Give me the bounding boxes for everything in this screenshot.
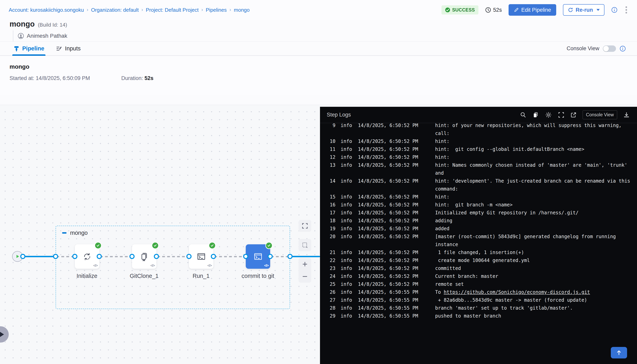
author-row: Animesh Pathak [13, 30, 637, 42]
step-success-icon [152, 242, 159, 249]
edge-stage-end-out [290, 256, 320, 257]
log-line: 12info14/8/2025, 6:50:52 PMhint: [326, 153, 631, 161]
step-success-icon [209, 242, 216, 249]
connector-dot [72, 254, 78, 259]
code-icon: </> [93, 263, 98, 268]
log-line: 24info14/8/2025, 6:50:52 PMCurrent branc… [326, 272, 631, 280]
breadcrumb-item[interactable]: Pipelines [206, 7, 227, 13]
stage-info: mongo Started at: 14/8/2025, 6:50:09 PM … [0, 56, 637, 95]
log-header: Step Logs Console View [320, 107, 637, 123]
log-copy-icon[interactable] [532, 112, 539, 118]
log-line: 26info14/8/2025, 6:50:55 PMTo https://gi… [326, 288, 631, 296]
console-view-info-icon[interactable] [620, 46, 626, 52]
log-line: 27info14/8/2025, 6:50:55 PM + 82a6dbb...… [326, 296, 631, 304]
canvas-fullscreen-button[interactable] [298, 220, 311, 232]
inputs-icon [56, 46, 62, 52]
avatar [18, 33, 24, 39]
step-logs-panel: Step Logs Console View [320, 107, 637, 364]
log-line: 22info14/8/2025, 6:50:52 PM create mode … [326, 256, 631, 264]
log-line-continuation: call: [326, 130, 631, 137]
rerun-icon [568, 7, 573, 13]
log-line-continuation: and [326, 169, 631, 177]
step-success-icon [94, 242, 102, 249]
zoom-out-button[interactable] [298, 270, 311, 283]
page-title: mongo [10, 20, 35, 28]
status-text: SUCCESS [452, 7, 475, 13]
breadcrumb-separator: › [87, 7, 88, 12]
scroll-to-top-button[interactable] [611, 347, 627, 358]
execution-duration: 52s [485, 7, 502, 13]
breadcrumb-separator: › [230, 7, 231, 12]
log-console-view-button[interactable]: Console View [582, 110, 617, 119]
connector-dot [288, 254, 292, 259]
canvas-select-button[interactable] [298, 239, 311, 251]
rerun-button[interactable]: Re-run [563, 4, 604, 16]
log-line: 13info14/8/2025, 6:50:52 PMhint: Names c… [326, 161, 631, 169]
step-node-commit-to-git[interactable]: </> [246, 244, 270, 269]
edge-initialize-to-gitclone [100, 256, 132, 257]
breadcrumb-item[interactable]: mongo [234, 7, 250, 13]
started-at: Started at: 14/8/2025, 6:50:09 PM [10, 75, 121, 81]
edge-run-to-commit [214, 256, 246, 257]
console-view-toggle[interactable] [603, 46, 616, 52]
breadcrumb-separator: › [202, 7, 203, 12]
breadcrumb: Account: kurosakiichigo.songoku›Organiza… [9, 7, 250, 13]
code-icon: </> [264, 263, 268, 268]
stage-group-name: mongo [70, 230, 88, 236]
zoom-in-button[interactable] [298, 258, 311, 270]
log-repo-link[interactable]: https://github.com/Sonichigo/economy-dis… [444, 289, 590, 295]
step-node-label: Initialize [57, 273, 117, 279]
breadcrumb-item[interactable]: Account: kurosakiichigo.songoku [9, 7, 84, 13]
tab-inputs[interactable]: Inputs [56, 42, 80, 55]
code-icon: </> [150, 263, 155, 268]
log-panel-title: Step Logs [327, 112, 351, 118]
canvas-zoom-panel [298, 258, 311, 283]
connector-dot [97, 254, 102, 259]
step-node-run-1[interactable]: </> [189, 244, 214, 269]
breadcrumb-item[interactable]: Organization: default [91, 7, 139, 13]
code-icon: </> [208, 263, 212, 268]
log-line: 11info14/8/2025, 6:50:52 PMhint: git con… [326, 145, 631, 153]
title-row: mongo (Build Id: 14) [0, 20, 637, 28]
tab-pipeline[interactable]: Pipeline [14, 42, 44, 55]
log-line: 21info14/8/2025, 6:50:52 PM 1 file chang… [326, 248, 631, 256]
connector-dot [53, 254, 58, 259]
connector-dot [20, 254, 26, 259]
log-line: 19info14/8/2025, 6:50:52 PMadded [326, 225, 631, 232]
log-line: 18info14/8/2025, 6:50:52 PMadding [326, 217, 631, 225]
stage-group-header[interactable]: mongo [62, 230, 88, 236]
step-node-label: commit to git [228, 273, 288, 279]
log-line-continuation: instance [326, 240, 631, 248]
connector-dot [130, 254, 134, 259]
step-node-initialize[interactable]: </> [75, 244, 99, 269]
log-line: 9info14/8/2025, 6:50:52 PMhint: of your … [326, 123, 631, 130]
log-settings-icon[interactable] [545, 111, 552, 118]
connector-dot [154, 254, 159, 259]
log-search-icon[interactable] [520, 112, 526, 118]
info-icon[interactable] [611, 7, 618, 13]
edit-pipeline-button[interactable]: Edit Pipeline [508, 4, 556, 16]
open-in-new-icon[interactable] [570, 112, 577, 118]
log-fullscreen-icon[interactable] [558, 112, 564, 118]
pencil-icon [514, 7, 519, 12]
connector-dot [186, 254, 192, 259]
breadcrumb-item[interactable]: Project: Default Project [146, 7, 199, 13]
download-logs-icon[interactable] [623, 112, 630, 118]
panel-expand-handle[interactable] [0, 326, 9, 342]
connector-dot [211, 254, 216, 259]
log-output[interactable]: 9info14/8/2025, 6:50:52 PMhint: of your … [320, 123, 637, 364]
step-node-label: Run_1 [171, 273, 231, 279]
edge-stage-to-initialize [56, 256, 74, 257]
edge-gitclone-to-run [157, 256, 188, 257]
log-line: 16info14/8/2025, 6:50:52 PMhint: git bra… [326, 201, 631, 209]
build-id: (Build Id: 14) [38, 22, 67, 28]
collapse-icon[interactable] [62, 232, 66, 234]
log-line: 15info14/8/2025, 6:50:52 PMhint: [326, 193, 631, 201]
connector-dot [268, 254, 273, 259]
step-node-gitclone-1[interactable]: </> [132, 244, 156, 269]
step-node-label: GitClone_1 [114, 273, 174, 279]
connector-dot [243, 254, 248, 259]
pipeline-icon [14, 46, 20, 52]
log-line: 29info14/8/2025, 6:50:55 PMpushed to mas… [326, 312, 631, 320]
more-options-icon[interactable] [624, 5, 628, 15]
